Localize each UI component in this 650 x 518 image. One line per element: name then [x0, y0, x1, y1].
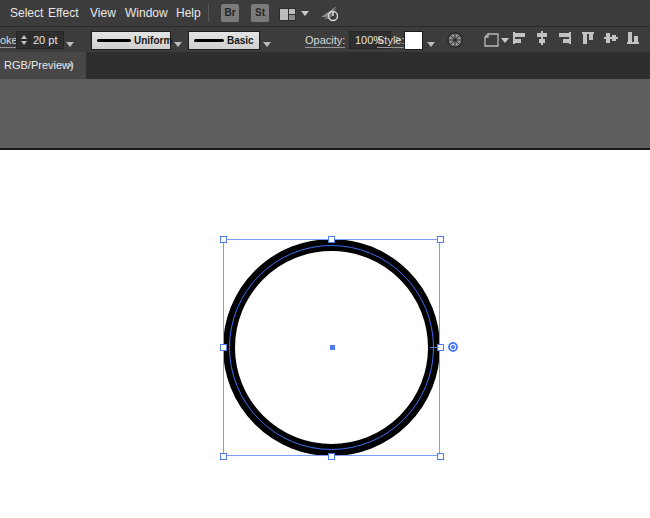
align-right-icon[interactable] [558, 31, 572, 49]
width-profile-chevron[interactable] [170, 33, 186, 46]
stroke-weight-dropdown[interactable] [62, 33, 78, 46]
gpu-performance-icon[interactable] [320, 5, 340, 26]
align-top-icon[interactable] [581, 31, 595, 49]
selection-handle-w[interactable] [220, 344, 227, 351]
brush-definition-dropdown[interactable]: Basic [188, 31, 260, 50]
align-h-center-icon[interactable] [535, 31, 549, 49]
stroke-weight-stepper[interactable] [19, 32, 30, 48]
align-v-center-icon[interactable] [604, 31, 618, 49]
style-chevron[interactable] [423, 33, 439, 46]
menu-view[interactable]: View [90, 6, 116, 20]
graphic-styles-panel-button[interactable]: St [251, 4, 269, 22]
menu-bar: Select Effect View Window Help Br St [0, 0, 650, 27]
live-shape-widget-icon[interactable] [448, 342, 458, 352]
pasteboard[interactable] [0, 79, 650, 148]
workspace-chevron-icon[interactable] [301, 11, 309, 16]
selection-handle-se[interactable] [437, 453, 444, 460]
control-bar: oke: 20 pt Uniform Basic Opacity: 100% >… [0, 27, 650, 52]
recolor-artwork-icon[interactable] [446, 31, 464, 53]
opacity-label[interactable]: Opacity: [305, 34, 345, 48]
selection-handle-s[interactable] [328, 453, 335, 460]
stroke-weight-value[interactable]: 20 pt [33, 34, 57, 46]
menu-help[interactable]: Help [176, 6, 201, 20]
selection-handle-n[interactable] [328, 236, 335, 243]
document-tab[interactable]: RGB/Preview) × [0, 52, 86, 79]
menu-select[interactable]: Select [10, 6, 43, 20]
brush-preview-line [194, 39, 224, 42]
align-left-icon[interactable] [512, 31, 526, 49]
style-swatch[interactable] [404, 31, 423, 50]
menu-window[interactable]: Window [125, 6, 168, 20]
brush-panel-button[interactable]: Br [221, 4, 239, 22]
align-bottom-icon[interactable] [626, 31, 640, 49]
selection-handle-sw[interactable] [220, 453, 227, 460]
menu-effect[interactable]: Effect [48, 6, 78, 20]
live-shape-widget-connector [430, 347, 439, 348]
document-tab-bar: RGB/Preview) × [0, 52, 650, 79]
illustrator-window: Select Effect View Window Help Br St oke… [0, 0, 650, 518]
profile-preview-line [97, 39, 131, 42]
menu-divider [208, 4, 209, 22]
workspace-switcher-icon[interactable] [279, 7, 296, 25]
tab-close-icon[interactable]: × [67, 59, 73, 71]
selection-handle-ne[interactable] [437, 236, 444, 243]
document-options-icon[interactable] [484, 33, 499, 51]
profile-value: Uniform [134, 35, 172, 46]
stroke-weight-field[interactable]: 20 pt [16, 31, 64, 49]
brush-value: Basic [227, 35, 254, 46]
brush-definition-chevron[interactable] [259, 33, 275, 46]
shape-center-point[interactable] [330, 345, 335, 350]
selection-handle-nw[interactable] [220, 236, 227, 243]
document-options-chevron-icon[interactable] [501, 38, 509, 43]
style-label[interactable]: Style: [377, 34, 405, 48]
width-profile-dropdown[interactable]: Uniform [91, 31, 171, 50]
document-tab-title: RGB/Preview) [4, 59, 74, 71]
